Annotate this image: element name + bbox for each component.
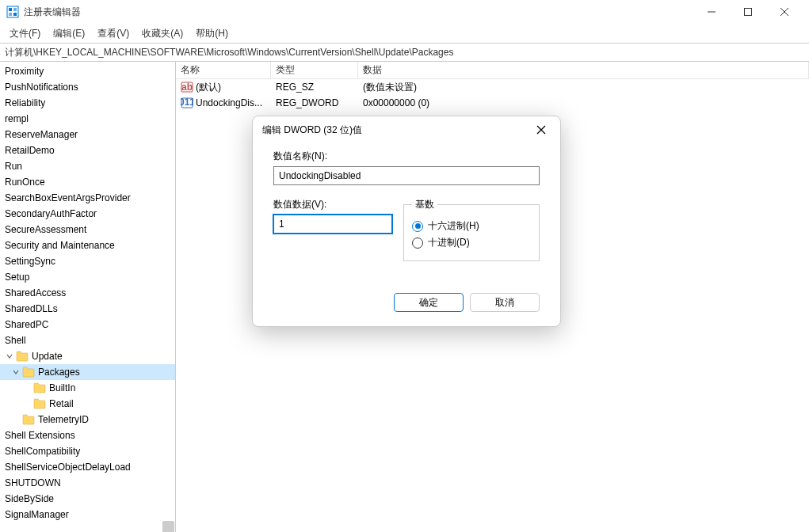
tree-item-label: ShellCompatibility: [5, 446, 80, 457]
tree-item[interactable]: ReserveManager: [0, 127, 175, 142]
tree-item[interactable]: SecureAssessment: [0, 222, 175, 238]
list-row[interactable]: 011UndockingDis...REG_DWORD0x00000000 (0…: [176, 95, 809, 111]
value-icon: ab: [181, 81, 193, 93]
tree-item[interactable]: Run: [0, 158, 175, 174]
tree-item-label: SharedDLLs: [5, 303, 58, 314]
expand-icon[interactable]: [5, 352, 14, 361]
menu-edit[interactable]: 编辑(E): [47, 25, 91, 43]
tree-item[interactable]: TelemetryID: [0, 412, 175, 428]
tree-item-label: Shell: [5, 335, 26, 346]
tree-item[interactable]: SHUTDOWN: [0, 475, 175, 491]
dialog-title: 编辑 DWORD (32 位)值: [262, 124, 532, 137]
tree-item[interactable]: SideBySide: [0, 491, 175, 507]
tree-item[interactable]: SharedDLLs: [0, 301, 175, 317]
tree-item[interactable]: PushNotifications: [0, 79, 175, 95]
tree-item[interactable]: SharedPC: [0, 317, 175, 332]
menu-help[interactable]: 帮助(H): [189, 25, 235, 43]
tree-item[interactable]: SearchBoxEventArgsProvider: [0, 190, 175, 206]
dialog-body: 数值名称(N): 数值数据(V): 基数 十六进制(H) 十进制(D): [253, 143, 560, 326]
maximize-button[interactable]: [730, 0, 766, 24]
header-type[interactable]: 类型: [271, 62, 358, 78]
expand-icon[interactable]: [11, 367, 21, 377]
radio-dec-label: 十进制(D): [428, 236, 470, 249]
svg-rect-3: [9, 13, 12, 16]
minimize-button[interactable]: [693, 0, 730, 24]
value-icon: 011: [181, 97, 193, 109]
menubar: 文件(F) 编辑(E) 查看(V) 收藏夹(A) 帮助(H): [0, 24, 809, 43]
folder-icon: [22, 413, 35, 426]
tree-item[interactable]: Security and Maintenance: [0, 238, 175, 253]
tree-item[interactable]: ShellServiceObjectDelayLoad: [0, 459, 175, 475]
ok-button[interactable]: 确定: [394, 293, 464, 312]
value-data: 0x00000000 (0): [358, 97, 809, 108]
tree-item[interactable]: Setup: [0, 269, 175, 285]
tree-item[interactable]: Shell: [0, 332, 175, 348]
folder-icon: [33, 397, 46, 410]
value-data: (数值未设置): [358, 81, 809, 94]
tree-item[interactable]: Proximity: [0, 63, 175, 79]
header-data[interactable]: 数据: [358, 62, 809, 78]
dialog-buttons: 确定 取消: [273, 293, 540, 312]
tree-item-label: SecondaryAuthFactor: [5, 208, 97, 219]
tree-item-label: RunOnce: [5, 177, 45, 188]
address-text: 计算机\HKEY_LOCAL_MACHINE\SOFTWARE\Microsof…: [5, 46, 453, 59]
dialog-close-button[interactable]: [532, 120, 551, 139]
tree-item[interactable]: Retail: [0, 396, 175, 412]
tree-item[interactable]: BuiltIn: [0, 380, 175, 396]
menu-favorites[interactable]: 收藏夹(A): [135, 25, 189, 43]
tree-item[interactable]: RetailDemo: [0, 142, 175, 158]
value-name-input[interactable]: [273, 166, 540, 185]
folder-icon: [33, 382, 46, 394]
tree-item[interactable]: SharedAccess: [0, 285, 175, 301]
tree-item[interactable]: ShellCompatibility: [0, 443, 175, 459]
tree-item[interactable]: Reliability: [0, 95, 175, 111]
tree-item-label: ShellServiceObjectDelayLoad: [5, 462, 131, 473]
tree-item[interactable]: rempl: [0, 111, 175, 127]
list-header: 名称 类型 数据: [176, 62, 809, 79]
radio-hex-circle: [412, 221, 423, 232]
dialog-titlebar: 编辑 DWORD (32 位)值: [253, 116, 560, 143]
tree-item-label: TelemetryID: [38, 414, 89, 425]
window-controls: [693, 0, 803, 24]
tree-item-label: SharedPC: [5, 319, 48, 330]
tree-panel[interactable]: ProximityPushNotificationsReliabilityrem…: [0, 62, 176, 532]
tree-item[interactable]: RunOnce: [0, 174, 175, 190]
tree-item-label: Reliability: [5, 97, 45, 108]
header-name[interactable]: 名称: [176, 62, 271, 78]
tree-item[interactable]: SettingSync: [0, 253, 175, 269]
radio-hex[interactable]: 十六进制(H): [412, 219, 531, 233]
edit-dword-dialog: 编辑 DWORD (32 位)值 数值名称(N): 数值数据(V): 基数 十六…: [252, 116, 561, 327]
tree-item[interactable]: Update: [0, 348, 175, 364]
menu-view[interactable]: 查看(V): [91, 25, 135, 43]
cancel-button[interactable]: 取消: [470, 293, 540, 312]
svg-rect-1: [9, 8, 12, 11]
menu-file[interactable]: 文件(F): [3, 25, 47, 43]
tree-item[interactable]: Shell Extensions: [0, 428, 175, 443]
svg-rect-2: [13, 8, 17, 11]
tree-item-label: rempl: [5, 113, 29, 124]
radio-dec-circle: [412, 238, 423, 249]
close-button[interactable]: [766, 0, 803, 24]
tree-item-label: Security and Maintenance: [5, 240, 115, 251]
svg-text:ab: ab: [181, 82, 193, 93]
list-row[interactable]: ab(默认)REG_SZ(数值未设置): [176, 79, 809, 95]
value-name: (默认): [196, 81, 221, 94]
scrollbar-thumb[interactable]: [162, 521, 174, 532]
radio-dec[interactable]: 十进制(D): [412, 236, 531, 249]
tree-item-label: Proximity: [5, 66, 44, 77]
value-data-input[interactable]: [273, 215, 392, 234]
tree-item-label: Setup: [5, 272, 29, 283]
tree-item[interactable]: SecondaryAuthFactor: [0, 206, 175, 222]
tree-item-label: SHUTDOWN: [5, 477, 61, 488]
svg-rect-6: [745, 9, 752, 16]
tree-item[interactable]: Packages: [0, 364, 175, 380]
address-bar[interactable]: 计算机\HKEY_LOCAL_MACHINE\SOFTWARE\Microsof…: [0, 43, 809, 62]
tree-item[interactable]: SignalManager: [0, 507, 175, 522]
value-name-label: 数值名称(N):: [273, 150, 540, 163]
radio-hex-label: 十六进制(H): [428, 219, 479, 233]
tree-item-label: SideBySide: [5, 493, 54, 504]
folder-icon: [22, 366, 35, 378]
value-data-label: 数值数据(V):: [273, 198, 392, 211]
titlebar: 注册表编辑器: [0, 0, 809, 24]
tree-item-label: SettingSync: [5, 256, 55, 267]
